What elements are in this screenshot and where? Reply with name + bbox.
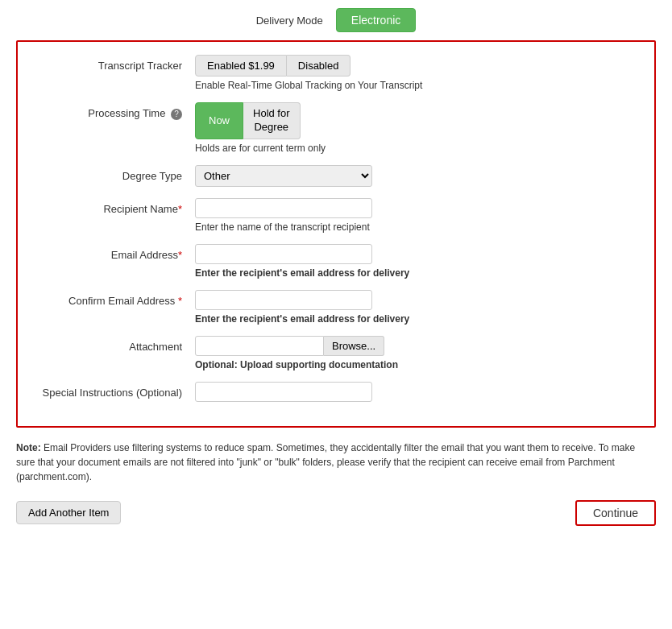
browse-button[interactable]: Browse... xyxy=(324,336,384,356)
email-required: * xyxy=(178,249,182,261)
recipient-name-row: Recipient Name* Enter the name of the tr… xyxy=(34,198,638,233)
note-bold: Note: xyxy=(16,442,41,453)
electronic-button[interactable]: Electronic xyxy=(336,8,416,32)
special-instructions-content xyxy=(195,382,638,402)
confirm-email-content: Enter the recipient's email address for … xyxy=(195,290,638,325)
processing-btn-group: Now Hold forDegree xyxy=(195,102,638,139)
now-button[interactable]: Now xyxy=(195,102,243,139)
note-text: Email Providers use filtering systems to… xyxy=(16,442,635,482)
note-section: Note: Email Providers use filtering syst… xyxy=(16,441,656,484)
recipient-name-content: Enter the name of the transcript recipie… xyxy=(195,198,638,233)
confirm-email-row: Confirm Email Address * Enter the recipi… xyxy=(34,290,638,325)
processing-time-row: Processing Time ? Now Hold forDegree Hol… xyxy=(34,102,638,154)
processing-time-help-icon[interactable]: ? xyxy=(171,109,182,120)
degree-type-row: Degree Type Other Bachelor's Master's Do… xyxy=(34,165,638,187)
transcript-tracker-label: Transcript Tracker xyxy=(34,55,195,72)
tracker-disabled-button[interactable]: Disabled xyxy=(287,55,351,77)
delivery-mode-row: Delivery Mode Electronic xyxy=(16,8,656,32)
email-address-hint: Enter the recipient's email address for … xyxy=(195,267,638,279)
attachment-row: Attachment Browse... Optional: Upload su… xyxy=(34,336,638,370)
confirm-email-required: * xyxy=(175,295,182,307)
attachment-input[interactable] xyxy=(195,336,324,356)
recipient-name-input[interactable] xyxy=(195,198,372,218)
special-instructions-input[interactable] xyxy=(195,382,372,402)
continue-button[interactable]: Continue xyxy=(575,500,656,526)
tracker-enabled-button[interactable]: Enabled $1.99 xyxy=(195,55,287,77)
special-instructions-label: Special Instructions (Optional) xyxy=(34,382,195,399)
recipient-name-hint: Enter the name of the transcript recipie… xyxy=(195,221,638,233)
degree-type-select[interactable]: Other Bachelor's Master's Doctorate Asso… xyxy=(195,165,372,187)
processing-time-hint: Holds are for current term only xyxy=(195,143,638,154)
confirm-email-hint: Enter the recipient's email address for … xyxy=(195,313,638,325)
attachment-content: Browse... Optional: Upload supporting do… xyxy=(195,336,638,370)
special-instructions-row: Special Instructions (Optional) xyxy=(34,382,638,402)
form-box: Transcript Tracker Enabled $1.99 Disable… xyxy=(16,40,656,428)
degree-type-label: Degree Type xyxy=(34,165,195,182)
attachment-label: Attachment xyxy=(34,336,195,353)
hold-for-degree-button[interactable]: Hold forDegree xyxy=(243,102,301,139)
footer-row: Add Another Item Continue xyxy=(16,500,656,526)
attachment-hint: Optional: Upload supporting documentatio… xyxy=(195,359,638,370)
tracker-btn-group: Enabled $1.99 Disabled xyxy=(195,55,638,77)
recipient-name-required: * xyxy=(178,203,182,215)
email-address-row: Email Address* Enter the recipient's ema… xyxy=(34,244,638,279)
email-address-label: Email Address* xyxy=(34,244,195,261)
confirm-email-label: Confirm Email Address * xyxy=(34,290,195,307)
delivery-mode-label: Delivery Mode xyxy=(256,14,323,27)
email-address-input[interactable] xyxy=(195,244,372,264)
tracker-hint: Enable Real-Time Global Tracking on Your… xyxy=(195,80,638,91)
processing-time-label: Processing Time ? xyxy=(34,102,195,120)
add-another-item-button[interactable]: Add Another Item xyxy=(16,501,121,524)
attachment-input-group: Browse... xyxy=(195,336,638,356)
transcript-tracker-content: Enabled $1.99 Disabled Enable Real-Time … xyxy=(195,55,638,91)
transcript-tracker-row: Transcript Tracker Enabled $1.99 Disable… xyxy=(34,55,638,91)
processing-time-content: Now Hold forDegree Holds are for current… xyxy=(195,102,638,154)
degree-type-content: Other Bachelor's Master's Doctorate Asso… xyxy=(195,165,638,187)
email-address-content: Enter the recipient's email address for … xyxy=(195,244,638,279)
recipient-name-label: Recipient Name* xyxy=(34,198,195,215)
confirm-email-input[interactable] xyxy=(195,290,372,310)
